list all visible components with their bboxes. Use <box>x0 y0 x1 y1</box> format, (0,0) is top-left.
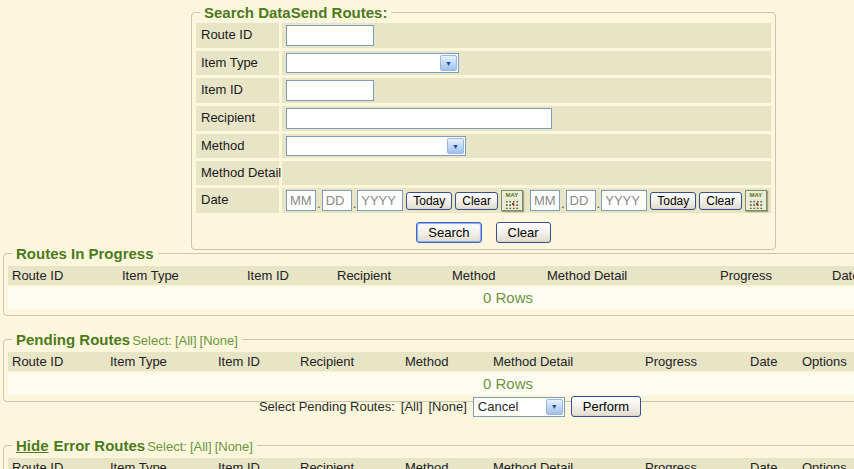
hide-error-routes-link[interactable]: Hide <box>16 437 49 454</box>
column-header: Recipient <box>296 458 401 469</box>
error-routes-panel: HideError RoutesSelect:[All][None] Route… <box>3 437 854 469</box>
row-count-label: 0 Rows <box>8 287 854 309</box>
clear-button[interactable]: Clear <box>496 222 551 243</box>
search-panel-legend: Search DataSend Routes: <box>200 4 391 21</box>
select-all-link[interactable]: [All] <box>175 333 197 348</box>
recipient-field-cell <box>282 106 771 131</box>
item-type-label: Item Type <box>196 51 279 75</box>
pending-select-all-link[interactable]: [All] <box>401 399 423 414</box>
routes-in-progress-table: Route ID Item Type Item ID Recipient Met… <box>8 264 854 311</box>
calendar-month-label: MAY <box>502 191 522 198</box>
calendar-today-dot <box>512 203 514 205</box>
column-header: Item Type <box>106 352 214 371</box>
date-to-year-input[interactable] <box>601 190 647 211</box>
pending-action-select-value: Cancel <box>478 399 518 414</box>
pending-routes-legend: Pending RoutesSelect:[All][None] <box>12 331 242 348</box>
route-id-input[interactable] <box>286 25 374 46</box>
date-separator: . <box>561 196 565 211</box>
method-detail-row: Method Detail <box>196 161 771 185</box>
select-none-link[interactable]: [None] <box>200 333 238 348</box>
calendar-icon[interactable]: MAY <box>745 190 767 211</box>
chevron-down-icon: ▼ <box>440 55 457 71</box>
column-header: Item ID <box>243 266 333 285</box>
date-to-day-input[interactable] <box>566 190 596 211</box>
search-button[interactable]: Search <box>416 222 481 243</box>
date-from-clear-button[interactable]: Clear <box>455 192 498 210</box>
method-label: Method <box>196 134 279 158</box>
table-row: 0 Rows <box>8 287 854 309</box>
date-row: Date . . Today Clear MAY . . Today <box>196 188 771 213</box>
pending-routes-panel: Pending RoutesSelect:[All][None] Route I… <box>3 331 854 402</box>
table-row: 0 Rows <box>8 373 854 395</box>
select-pending-routes-label: Select Pending Routes: <box>259 399 395 414</box>
date-to-clear-button[interactable]: Clear <box>699 192 742 210</box>
item-type-row: Item Type ▼ <box>196 51 771 75</box>
date-from-year-input[interactable] <box>357 190 403 211</box>
item-id-field-cell <box>282 78 771 103</box>
perform-button[interactable]: Perform <box>571 396 641 417</box>
column-header: Route ID <box>8 458 106 469</box>
column-header: Method Detail <box>489 352 641 371</box>
column-header: Progress <box>641 352 746 371</box>
chevron-down-icon: ▼ <box>447 138 464 154</box>
column-header: Progress <box>716 266 828 285</box>
date-label: Date <box>196 188 279 213</box>
date-separator: . <box>597 196 601 211</box>
date-from-today-button[interactable]: Today <box>406 192 452 210</box>
chevron-down-icon: ▼ <box>546 399 563 415</box>
pending-routes-title: Pending Routes <box>16 331 130 348</box>
method-field-cell: ▼ <box>282 134 771 158</box>
column-header: Recipient <box>333 266 448 285</box>
item-id-row: Item ID <box>196 78 771 103</box>
pending-action-select[interactable]: Cancel ▼ <box>473 397 565 417</box>
calendar-grid <box>504 199 520 209</box>
method-detail-label: Method Detail <box>196 161 279 185</box>
table-header-row: Route ID Item Type Item ID Recipient Met… <box>8 458 854 469</box>
select-label: Select: <box>132 333 172 348</box>
column-header: Method Detail <box>543 266 716 285</box>
column-header: Method <box>401 458 489 469</box>
calendar-grid <box>748 199 764 209</box>
select-label: Select: <box>147 439 187 454</box>
date-to-month-input[interactable] <box>530 190 560 211</box>
column-header: Item ID <box>214 352 296 371</box>
route-id-row: Route ID <box>196 23 771 48</box>
route-id-label: Route ID <box>196 23 279 48</box>
error-routes-table: Route ID Item Type Item ID Recipient Met… <box>8 456 854 469</box>
column-header: Method <box>401 352 489 371</box>
item-id-label: Item ID <box>196 78 279 103</box>
select-none-link[interactable]: [None] <box>215 439 253 454</box>
route-id-field-cell <box>282 23 771 48</box>
column-header: Options <box>798 352 854 371</box>
column-header: Progress <box>641 458 746 469</box>
column-header: Route ID <box>8 266 118 285</box>
column-header: Item ID <box>214 458 296 469</box>
item-id-input[interactable] <box>286 80 374 101</box>
column-header: Method <box>448 266 543 285</box>
column-header: Item Type <box>118 266 243 285</box>
date-from-month-input[interactable] <box>286 190 316 211</box>
column-header: Route ID <box>8 352 106 371</box>
pending-actions-bar: Select Pending Routes: [All] [None] Canc… <box>0 396 854 417</box>
date-field-cell: . . Today Clear MAY . . Today Clear <box>282 188 771 213</box>
item-type-select[interactable]: ▼ <box>286 53 459 73</box>
calendar-icon[interactable]: MAY <box>501 190 523 211</box>
column-header: Item Type <box>106 458 214 469</box>
select-all-link[interactable]: [All] <box>190 439 212 454</box>
pending-select-none-link[interactable]: [None] <box>429 399 467 414</box>
recipient-input[interactable] <box>286 108 552 129</box>
error-routes-title: Error Routes <box>54 437 146 454</box>
routes-in-progress-legend: Routes In Progress <box>12 245 158 262</box>
calendar-today-dot <box>756 203 758 205</box>
date-separator: . <box>317 196 321 211</box>
method-detail-field-cell <box>282 161 771 185</box>
search-buttons-row: Search Clear <box>196 216 771 245</box>
method-select[interactable]: ▼ <box>286 136 466 156</box>
pending-routes-table: Route ID Item Type Item ID Recipient Met… <box>8 350 854 397</box>
search-datasend-routes-panel: Search DataSend Routes: Route ID Item Ty… <box>191 4 776 250</box>
date-to-today-button[interactable]: Today <box>650 192 696 210</box>
recipient-label: Recipient <box>196 106 279 131</box>
calendar-month-label: MAY <box>746 191 766 198</box>
column-header: Method Detail <box>489 458 641 469</box>
date-from-day-input[interactable] <box>322 190 352 211</box>
